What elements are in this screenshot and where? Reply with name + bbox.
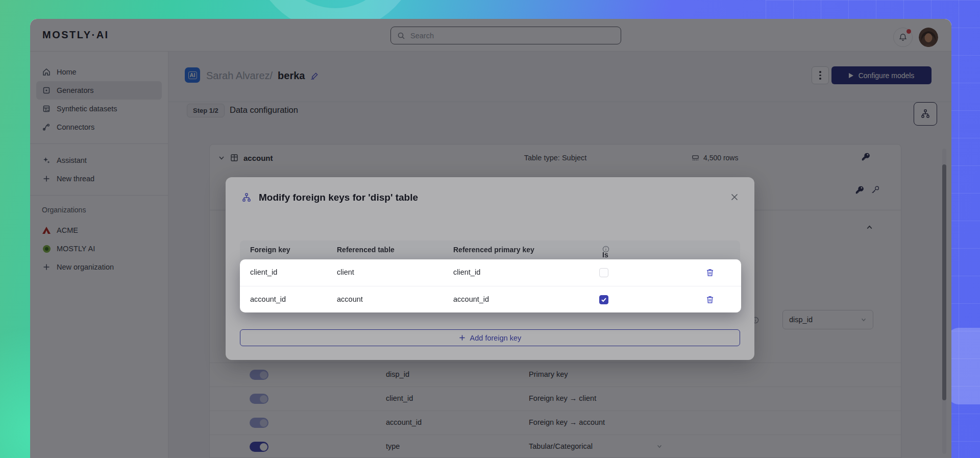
check-icon — [601, 297, 607, 303]
foreign-key-rows-card: client_id client client_id account_id ac… — [240, 259, 741, 312]
background-square — [947, 328, 980, 404]
is-context-checkbox[interactable] — [599, 295, 608, 304]
is-context-checkbox[interactable] — [599, 268, 608, 277]
ref-pk-value: account_id — [453, 295, 489, 303]
spotlight-overlay — [30, 19, 951, 458]
foreign-key-row: client_id client client_id — [240, 259, 741, 286]
trash-icon[interactable] — [705, 295, 715, 306]
app-window: MOSTLY·AI — [30, 19, 951, 458]
trash-icon[interactable] — [705, 268, 715, 279]
foreign-key-row: account_id account account_id — [240, 286, 741, 312]
ref-pk-value: client_id — [453, 268, 480, 276]
ref-table-value: client — [337, 268, 354, 276]
ref-table-value: account — [337, 295, 363, 303]
fk-value: account_id — [250, 295, 286, 303]
fk-value: client_id — [250, 268, 277, 276]
